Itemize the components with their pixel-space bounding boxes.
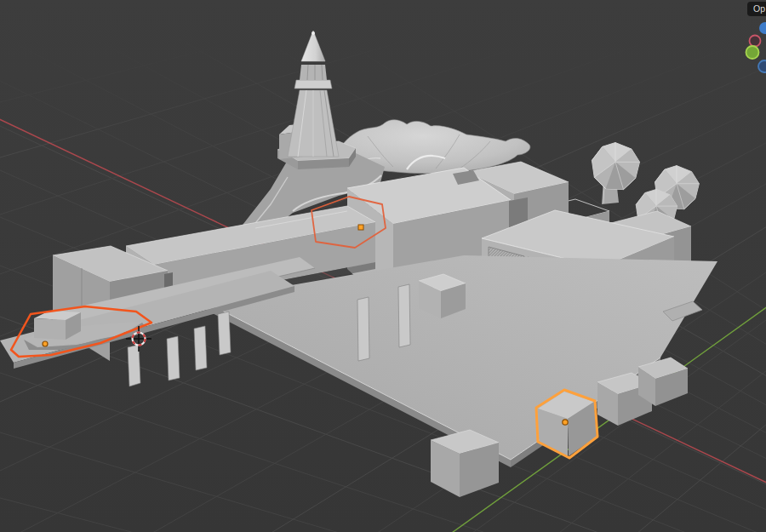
- origin-dot: [43, 341, 48, 346]
- gizmo-y-axis-ball[interactable]: [746, 46, 759, 59]
- options-button[interactable]: Op: [747, 2, 766, 16]
- options-button-label: Op: [753, 3, 765, 14]
- gizmo-x-neg-ring[interactable]: [750, 36, 761, 47]
- blender-3d-viewport[interactable]: Op: [0, 0, 766, 532]
- origin-dot: [563, 420, 568, 425]
- gizmo-z-neg-ring[interactable]: [758, 60, 766, 72]
- lighthouse-gallery: [294, 80, 332, 89]
- viewport-canvas[interactable]: Op: [0, 0, 766, 532]
- origin-dot: [358, 225, 363, 230]
